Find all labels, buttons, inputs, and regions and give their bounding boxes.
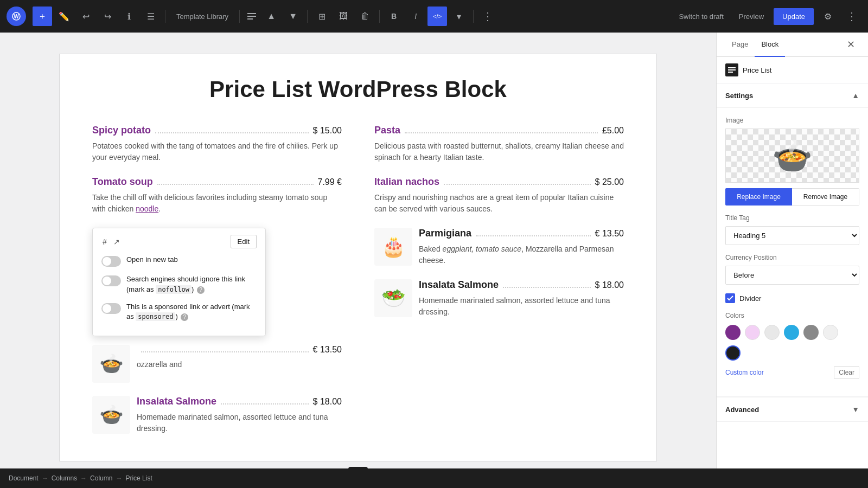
price-item-header: Insalata Salmone $ 18.00 <box>419 279 624 291</box>
color-swatch-light-purple[interactable] <box>745 325 760 340</box>
color-swatch-very-light-gray[interactable] <box>823 325 838 340</box>
breadcrumb-column[interactable]: Column <box>90 474 112 482</box>
link-external-button[interactable]: ↗ <box>112 236 121 247</box>
image-preview: 🍲 <box>725 129 859 183</box>
sponsored-toggle[interactable] <box>101 303 121 314</box>
price-item-dots <box>405 132 598 133</box>
color-swatches-row2 <box>725 345 859 361</box>
svg-rect-7 <box>728 72 733 73</box>
price-list-icon-button[interactable] <box>244 7 259 26</box>
template-library-label[interactable]: Template Library <box>170 12 235 21</box>
color-swatch-light-gray[interactable] <box>764 325 780 340</box>
price-item-image: 🍲 <box>92 396 130 434</box>
svg-text:W: W <box>14 14 19 20</box>
color-swatch-gray[interactable] <box>803 325 819 340</box>
price-item-desc: Homemade marinated salmon, assorted lett… <box>137 412 342 434</box>
align-button[interactable]: ⊞ <box>312 7 331 26</box>
add-block-toolbar-button[interactable]: ＋ <box>33 7 52 26</box>
colors-field: Colors Custom color Clear <box>725 312 859 379</box>
advanced-label: Advanced <box>725 406 759 414</box>
chevron-down-icon: ▼ <box>852 405 859 414</box>
shortcode-button[interactable]: </> <box>427 7 447 26</box>
link-tooltip-header: # ↗ Edit <box>101 235 257 248</box>
move-up-button[interactable]: ▲ <box>261 7 281 26</box>
breadcrumb-sep-3: → <box>116 474 122 482</box>
plugin-more-button[interactable]: ⋮ <box>842 7 861 26</box>
more-rich-text-button[interactable]: ▾ <box>449 7 469 26</box>
settings-header-title: Settings <box>725 92 753 100</box>
tools-button[interactable]: ✏️ <box>54 7 74 26</box>
color-swatch-blue[interactable] <box>784 325 799 340</box>
media-button[interactable]: 🖼 <box>334 7 353 26</box>
switch-to-draft-button[interactable]: Switch to draft <box>673 9 729 24</box>
italic-button[interactable]: I <box>406 7 425 26</box>
link-hash-button[interactable]: # <box>101 236 108 247</box>
preview-button[interactable]: Preview <box>733 9 769 24</box>
color-swatch-dark[interactable] <box>725 345 741 361</box>
price-item-price: $ 18.00 <box>313 397 342 407</box>
add-block-area: ＋ <box>92 456 624 468</box>
breadcrumb-price-list[interactable]: Price List <box>125 474 152 482</box>
redo-button[interactable]: ↪ <box>98 7 117 26</box>
noodle-link[interactable]: noodle <box>136 204 158 213</box>
toggle-row-2: Search engines should ignore this link (… <box>101 274 257 294</box>
clear-button[interactable]: Clear <box>834 366 859 379</box>
price-list-grid: Spicy potato $ 15.00 Potatoes cooked wit… <box>92 125 624 447</box>
update-button[interactable]: Update <box>774 8 814 25</box>
wp-logo[interactable]: W <box>7 7 26 26</box>
price-item-content: Insalata Salmone $ 18.00 Homemade marina… <box>137 396 342 434</box>
price-item-price: $ 25.00 <box>595 177 624 187</box>
settings-content: Image 🍲 Replace Image Remove Image Title… <box>717 108 868 396</box>
tab-block[interactable]: Block <box>755 33 785 57</box>
nofollow-toggle[interactable] <box>101 275 121 286</box>
title-tag-select[interactable]: Heading 1 Heading 2 Heading 3 Heading 4 … <box>725 226 859 245</box>
svg-rect-2 <box>247 13 256 14</box>
price-item-header: Pasta £5.00 <box>374 125 624 136</box>
image-field: Image 🍲 Replace Image Remove Image <box>725 117 859 206</box>
divider-checkbox[interactable] <box>725 293 735 303</box>
price-item-image: 🥗 <box>374 279 412 317</box>
colors-label: Colors <box>725 312 859 319</box>
more-options-button[interactable]: ⋮ <box>478 7 497 26</box>
link-edit-button[interactable]: Edit <box>231 235 257 248</box>
nofollow-code: nofollow <box>156 285 192 294</box>
image-preview-food: 🍲 <box>772 137 813 175</box>
price-item-name: Insalata Salmone <box>137 396 216 407</box>
nofollow-help-icon[interactable]: ? <box>197 286 205 294</box>
open-in-new-tab-toggle[interactable] <box>101 256 121 267</box>
price-item-desc: Potatoes cooked with the tang of tomatoe… <box>92 140 342 163</box>
color-swatches <box>725 325 859 340</box>
undo-button[interactable]: ↩ <box>76 7 95 26</box>
price-item-image: 🎂 <box>374 228 412 266</box>
remove-image-button[interactable]: Remove Image <box>792 188 859 206</box>
svg-rect-3 <box>247 16 256 17</box>
sponsored-help-icon[interactable]: ? <box>181 313 188 321</box>
list-view-button[interactable]: ☰ <box>141 7 161 26</box>
settings-gear-button[interactable]: ⚙ <box>818 7 838 26</box>
price-item-dots <box>503 287 591 288</box>
color-swatch-purple[interactable] <box>725 325 741 340</box>
move-down-button[interactable]: ▼ <box>283 7 303 26</box>
advanced-header[interactable]: Advanced ▼ <box>717 397 868 422</box>
custom-color-button[interactable]: Custom color <box>725 369 764 376</box>
breadcrumb-columns[interactable]: Columns <box>52 474 77 482</box>
price-item-content: € 13.50 ozzarella and <box>137 345 342 370</box>
details-button[interactable]: ℹ <box>119 7 139 26</box>
list-item: Pasta £5.00 Delicious pasta with roasted… <box>374 125 624 163</box>
sidebar-close-button[interactable]: ✕ <box>843 33 859 56</box>
main-layout: Price List WordPress Block Spicy potato … <box>0 33 868 468</box>
breadcrumb-sep-2: → <box>80 474 87 482</box>
nofollow-label: Search engines should ignore this link (… <box>126 274 257 294</box>
bold-button[interactable]: B <box>384 7 404 26</box>
open-in-new-tab-label: Open in new tab <box>126 255 178 265</box>
price-item-price: $ 15.00 <box>313 126 342 136</box>
tab-page[interactable]: Page <box>725 33 755 57</box>
editor-canvas: Price List WordPress Block Spicy potato … <box>60 54 656 461</box>
price-item-content: Insalata Salmone $ 18.00 Homemade marina… <box>419 279 624 318</box>
settings-header[interactable]: Settings ▲ <box>717 84 868 108</box>
breadcrumb-document[interactable]: Document <box>9 474 39 482</box>
trash-button[interactable]: 🗑 <box>355 7 375 26</box>
add-block-button[interactable]: ＋ <box>348 467 368 468</box>
replace-image-button[interactable]: Replace Image <box>725 188 792 206</box>
currency-position-select[interactable]: Before After <box>725 266 859 285</box>
